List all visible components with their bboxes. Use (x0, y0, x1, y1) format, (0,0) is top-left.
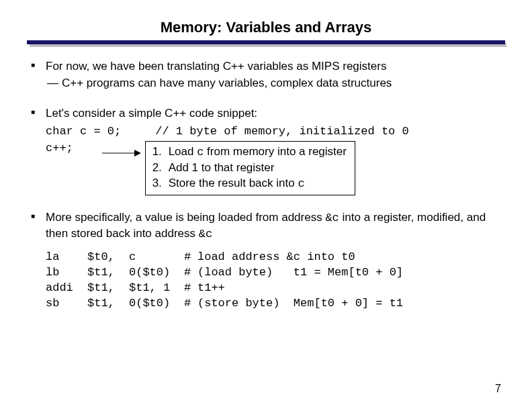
arrow-icon (101, 148, 141, 158)
asm-row-3: addi$t1,$t1, 1#t1++ (46, 281, 505, 296)
cpp-line-2: c++; 1. Load c from memory into a regist… (46, 141, 505, 195)
slide-title: Memory: Variables and Arrays (27, 19, 505, 36)
step-num: 2. (152, 161, 169, 176)
svg-marker-1 (134, 150, 141, 156)
bullet-1a: C++ programs can have many variables, co… (62, 76, 505, 91)
asm-cmt: (store byte) Mem[t0 + 0] = t1 (197, 296, 403, 312)
asm-hash: # (184, 281, 197, 296)
step-text: Store the result back into c (169, 176, 305, 192)
asm-reg: $t1, (87, 265, 129, 281)
page-number: 7 (495, 383, 501, 395)
asm-hash: # (184, 250, 197, 265)
bullet-3-text: More specifically, a value is being load… (46, 211, 486, 240)
asm-arg: c (129, 250, 184, 265)
step-num: 1. (152, 144, 169, 161)
step-2: 2. Add 1 to that register (152, 161, 347, 176)
title-rule (27, 40, 505, 47)
asm-reg: $t1, (87, 281, 129, 296)
b3-code2: &c (199, 228, 212, 240)
bullet-1: For now, we have been translating C++ va… (46, 59, 505, 91)
b3-pre: More specifically, a value is being load… (46, 211, 325, 224)
slide-body: For now, we have been translating C++ va… (27, 59, 505, 312)
cpp-inc: c++; (46, 141, 101, 156)
step-text: Load c from memory into a register (169, 144, 347, 161)
asm-op: sb (46, 296, 87, 312)
bullet-1-text: For now, we have been translating C++ va… (46, 60, 386, 73)
asm-cmt: t1++ (197, 281, 225, 296)
asm-reg: $t1, (87, 296, 129, 312)
b3-code1: &c (325, 212, 339, 224)
step-code: c (298, 177, 304, 190)
asm-block: la$t0,c#load address &c into t0 lb$t1,0(… (46, 250, 505, 312)
asm-row-2: lb$t1,0($t0)#(load byte) t1 = Mem[t0 + 0… (46, 265, 505, 281)
cpp-snippet: char c = 0; // 1 byte of memory, initial… (46, 124, 505, 195)
asm-cmt: load address &c into t0 (197, 250, 355, 265)
step-text: Add 1 to that register (169, 161, 275, 176)
asm-row-4: sb$t1,0($t0)#(store byte) Mem[t0 + 0] = … (46, 296, 505, 312)
asm-cmt: (load byte) t1 = Mem[t0 + 0] (197, 265, 403, 281)
step-3: 3. Store the result back into c (152, 176, 347, 192)
asm-op: addi (46, 281, 87, 296)
asm-op: la (46, 250, 87, 265)
asm-arg: 0($t0) (129, 265, 184, 281)
asm-reg: $t0, (87, 250, 129, 265)
asm-arg: $t1, 1 (129, 281, 184, 296)
step-num: 3. (152, 176, 169, 192)
asm-arg: 0($t0) (129, 296, 184, 312)
bullet-2-text: Let's consider a simple C++ code snippet… (46, 107, 257, 120)
cpp-line-1: char c = 0; // 1 byte of memory, initial… (46, 124, 505, 140)
steps-box: 1. Load c from memory into a register 2.… (145, 141, 355, 195)
step-pre: Load (169, 145, 197, 158)
step-post: from memory into a register (204, 145, 347, 158)
asm-hash: # (184, 265, 197, 281)
asm-op: lb (46, 265, 87, 281)
bullet-3: More specifically, a value is being load… (46, 210, 505, 312)
asm-hash: # (184, 296, 197, 312)
bullet-2: Let's consider a simple C++ code snippet… (46, 106, 505, 195)
step-pre: Store the result back into (169, 177, 298, 189)
step-code: c (197, 146, 204, 158)
asm-row-1: la$t0,c#load address &c into t0 (46, 250, 505, 265)
step-1: 1. Load c from memory into a register (152, 144, 347, 161)
